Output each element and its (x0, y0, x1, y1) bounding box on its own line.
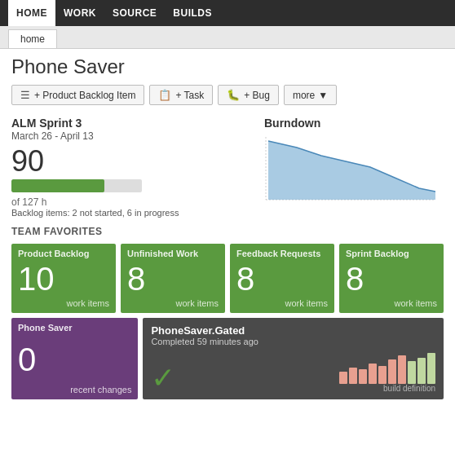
build-bar (398, 355, 406, 384)
sprint-burndown-row: ALM Sprint 3 March 26 - April 13 90 of 1… (11, 117, 444, 218)
top-nav: HOME WORK SOURCE BUILDS (0, 0, 455, 26)
burndown-section: Burndown (264, 117, 444, 218)
tile-sprint-backlog-label: Sprint Backlog (346, 249, 437, 259)
build-bottom: ✓ build definition (151, 351, 435, 393)
build-bar (378, 366, 387, 384)
sprint-name: ALM Sprint 3 (11, 117, 256, 130)
progress-bar-container (11, 179, 142, 192)
tile-unfinished-work-number: 8 (127, 262, 219, 295)
nav-home[interactable]: HOME (8, 0, 55, 26)
tile-product-backlog-number: 10 (18, 262, 109, 295)
build-bars-container: build definition (339, 351, 435, 393)
sprint-dates: March 26 - April 13 (11, 130, 256, 142)
build-bar (417, 358, 426, 384)
burndown-chart (264, 133, 435, 206)
tile-phone-saver-sublabel: recent changes (70, 385, 131, 394)
more-button[interactable]: more ▼ (284, 85, 337, 105)
product-backlog-icon: ☰ (20, 89, 30, 101)
tile-sprint-backlog[interactable]: Sprint Backlog 8 work items (339, 244, 444, 313)
add-product-backlog-item-button[interactable]: ☰ + Product Backlog Item (11, 85, 144, 105)
build-bar (369, 364, 377, 384)
build-bar (427, 353, 435, 384)
build-bar (359, 369, 367, 384)
tile-unfinished-work-sublabel: work items (175, 298, 219, 308)
top-tiles-row: Product Backlog 10 work items Unfinished… (11, 244, 444, 313)
tile-product-backlog-label: Product Backlog (18, 249, 109, 259)
tile-sprint-backlog-number: 8 (346, 262, 437, 295)
nav-builds[interactable]: BUILDS (165, 0, 220, 26)
action-bar: ☰ + Product Backlog Item 📋 + Task 🐛 + Bu… (11, 85, 444, 105)
tile-unfinished-work[interactable]: Unfinished Work 8 work items (121, 244, 225, 313)
build-title: PhoneSaver.Gated (151, 324, 435, 337)
add-task-button[interactable]: 📋 + Task (149, 85, 213, 105)
tab-home[interactable]: home (8, 29, 57, 48)
hours-of: of 127 h (11, 196, 256, 208)
nav-work[interactable]: WORK (55, 0, 104, 26)
tile-sprint-backlog-sublabel: work items (394, 298, 437, 308)
tile-feedback-requests[interactable]: Feedback Requests 8 work items (230, 244, 334, 313)
tile-feedback-requests-label: Feedback Requests (236, 249, 328, 259)
add-bug-button[interactable]: 🐛 + Bug (218, 85, 279, 105)
build-bar (388, 359, 396, 384)
bug-icon: 🐛 (227, 89, 240, 101)
bottom-tiles-row: Phone Saver 0 recent changes PhoneSaver.… (11, 318, 444, 399)
svg-marker-2 (268, 141, 435, 200)
page-title: Phone Saver (11, 55, 444, 78)
hours-row: 90 (11, 147, 256, 176)
burndown-title: Burndown (264, 117, 444, 130)
tile-product-backlog-sublabel: work items (66, 298, 109, 308)
build-definition-label: build definition (339, 384, 435, 393)
tile-feedback-requests-number: 8 (236, 262, 328, 295)
build-bar (339, 372, 347, 384)
tile-phone-saver-label: Phone Saver (18, 323, 131, 333)
build-success-icon: ✓ (151, 364, 175, 393)
build-bars (339, 351, 435, 384)
sprint-section: ALM Sprint 3 March 26 - April 13 90 of 1… (11, 117, 256, 218)
team-favorites-title: TEAM FAVORITES (11, 226, 444, 237)
build-bar (408, 361, 416, 384)
tile-product-backlog[interactable]: Product Backlog 10 work items (11, 244, 116, 313)
chevron-down-icon: ▼ (318, 90, 328, 101)
tile-build[interactable]: PhoneSaver.Gated Completed 59 minutes ag… (143, 318, 444, 399)
build-subtitle: Completed 59 minutes ago (151, 337, 435, 346)
build-bar (349, 368, 357, 384)
tile-unfinished-work-label: Unfinished Work (127, 249, 219, 259)
nav-source[interactable]: SOURCE (104, 0, 165, 26)
tile-feedback-requests-sublabel: work items (285, 298, 328, 308)
page-content: Phone Saver ☰ + Product Backlog Item 📋 +… (0, 49, 455, 408)
tile-phone-saver-number: 0 (18, 343, 131, 376)
tile-phone-saver[interactable]: Phone Saver 0 recent changes (11, 318, 138, 399)
tab-bar: home (0, 26, 455, 49)
progress-bar-fill (11, 179, 104, 192)
backlog-status: Backlog items: 2 not started, 6 in progr… (11, 208, 256, 218)
hours-remaining: 90 (11, 147, 44, 176)
task-icon: 📋 (158, 89, 171, 101)
